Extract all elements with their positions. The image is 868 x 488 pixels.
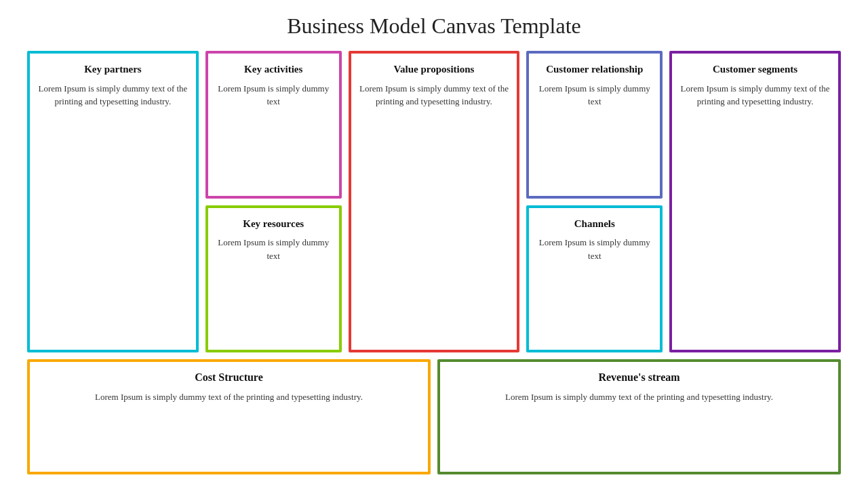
customer-segments-title: Customer segments	[713, 63, 797, 77]
key-resources-card: Key resources Lorem Ipsum is simply dumm…	[205, 205, 342, 353]
revenue-stream-body: Lorem Ipsum is simply dummy text of the …	[505, 390, 773, 404]
relationship-channels-column: Customer relationship Lorem Ipsum is sim…	[526, 51, 663, 352]
customer-relationship-card: Customer relationship Lorem Ipsum is sim…	[526, 51, 663, 199]
key-partners-title: Key partners	[84, 63, 142, 77]
channels-card: Channels Lorem Ipsum is simply dummy tex…	[526, 205, 663, 353]
activities-resources-column: Key activities Lorem Ipsum is simply dum…	[205, 51, 342, 352]
revenue-stream-card: Revenue's stream Lorem Ipsum is simply d…	[437, 359, 841, 474]
value-propositions-card: Value propositions Lorem Ipsum is simply…	[349, 51, 520, 352]
top-row: Key partners Lorem Ipsum is simply dummy…	[27, 51, 841, 352]
customer-relationship-body: Lorem Ipsum is simply dummy text	[537, 82, 652, 108]
key-partners-card: Key partners Lorem Ipsum is simply dummy…	[27, 51, 199, 352]
value-propositions-title: Value propositions	[394, 63, 475, 77]
customer-segments-card: Customer segments Lorem Ipsum is simply …	[669, 51, 841, 352]
customer-relationship-title: Customer relationship	[546, 63, 643, 77]
cost-structure-title: Cost Structure	[195, 371, 263, 384]
value-propositions-body: Lorem Ipsum is simply dummy text of the …	[359, 82, 509, 108]
channels-title: Channels	[574, 218, 615, 231]
bottom-row: Cost Structure Lorem Ipsum is simply dum…	[27, 359, 841, 474]
cost-structure-body: Lorem Ipsum is simply dummy text of the …	[95, 390, 363, 404]
channels-body: Lorem Ipsum is simply dummy text	[537, 236, 652, 262]
page-title: Business Model Canvas Template	[287, 14, 581, 39]
canvas-grid: Key partners Lorem Ipsum is simply dummy…	[27, 51, 841, 474]
key-resources-body: Lorem Ipsum is simply dummy text	[216, 236, 331, 262]
cost-structure-card: Cost Structure Lorem Ipsum is simply dum…	[27, 359, 431, 474]
customer-segments-body: Lorem Ipsum is simply dummy text of the …	[680, 82, 830, 108]
key-activities-title: Key activities	[244, 63, 302, 77]
key-partners-body: Lorem Ipsum is simply dummy text of the …	[38, 82, 188, 108]
revenue-stream-title: Revenue's stream	[598, 371, 679, 384]
key-activities-body: Lorem Ipsum is simply dummy text	[216, 82, 331, 108]
key-resources-title: Key resources	[243, 218, 304, 231]
key-activities-card: Key activities Lorem Ipsum is simply dum…	[205, 51, 342, 199]
